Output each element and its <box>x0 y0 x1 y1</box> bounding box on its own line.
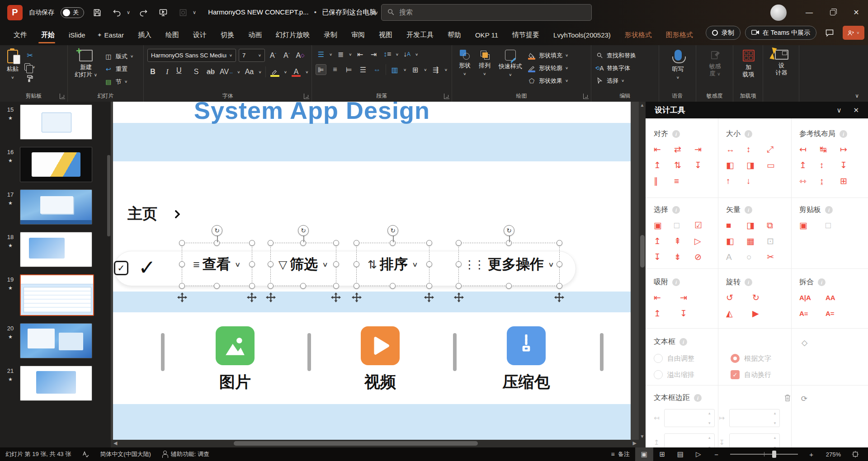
ribbon-tab[interactable]: OKP 11 <box>467 25 504 45</box>
checkbox-icon[interactable]: ✓ <box>114 261 128 275</box>
guide-margin-v-icon[interactable]: ↨ <box>820 177 840 186</box>
breadcrumb[interactable]: 主页 <box>127 204 179 224</box>
guide-margin-h-icon[interactable]: ⇿ <box>799 177 820 186</box>
drawing-dialog-launcher[interactable] <box>583 94 589 99</box>
clipboard-dialog-launcher[interactable] <box>60 94 65 99</box>
slide-thumbnail[interactable]: 15 ★ <box>0 104 111 140</box>
ribbon-tab[interactable]: 帮助 <box>439 25 467 45</box>
info-icon[interactable]: i <box>672 130 680 138</box>
format-painter-icon[interactable] <box>24 73 35 84</box>
character-spacing-button[interactable]: AV↔ <box>220 66 233 77</box>
scale-right-icon[interactable]: ◨ <box>746 161 767 170</box>
selection-handle[interactable] <box>333 240 339 246</box>
selection-handle[interactable] <box>426 261 432 267</box>
selection-handle[interactable] <box>426 240 432 246</box>
move-handle[interactable] <box>453 292 464 303</box>
guide-top-icon[interactable]: ↥ <box>799 161 820 170</box>
snap-left-icon[interactable]: ⇤ <box>654 293 680 302</box>
move-handle[interactable] <box>424 292 434 303</box>
selection-handle[interactable] <box>249 240 255 246</box>
selection-handle[interactable] <box>268 261 274 267</box>
slide-preview[interactable] <box>20 232 92 267</box>
intersect-icon[interactable]: ◧ <box>726 237 746 246</box>
canvas-horizontal-scrollbar[interactable]: ◀ ▶ <box>111 440 646 447</box>
shrink-font-icon[interactable]: Aˇ <box>281 50 292 61</box>
file-type-card[interactable]: 图片 <box>199 326 271 393</box>
scale-bottom-icon[interactable]: ↓ <box>746 177 767 186</box>
font-dialog-launcher[interactable] <box>304 94 309 99</box>
find-replace-button[interactable]: 查找和替换 <box>595 50 656 61</box>
sort-button[interactable]: ⇅ 排序 ∨ ↻ <box>356 243 429 286</box>
autosave-toggle[interactable]: 关 <box>61 7 84 18</box>
align-center-h-icon[interactable]: ⇄ <box>674 145 694 154</box>
selection-handle[interactable] <box>249 283 255 289</box>
selection-handle[interactable] <box>456 261 462 267</box>
select-button[interactable]: 选择∨ <box>595 75 656 86</box>
clear-formatting-icon[interactable]: A◇ <box>295 50 306 61</box>
textbox-option[interactable]: 根据文字 <box>731 354 807 363</box>
copy-icon[interactable] <box>24 63 30 71</box>
selection-handle[interactable] <box>557 261 562 267</box>
undo-dropdown-icon[interactable]: ∨ <box>127 9 130 15</box>
slide-counter[interactable]: 幻灯片 第 19 张, 共 43 张 <box>0 447 76 461</box>
slide-preview[interactable] <box>20 323 92 358</box>
slide-thumbnail[interactable]: 17 ★ <box>0 189 111 225</box>
file-type-card[interactable]: 压缩包 <box>490 326 562 393</box>
selection-handle[interactable] <box>506 283 512 289</box>
selection-handle[interactable] <box>426 283 432 289</box>
slide-thumbnail[interactable]: 19 ★ <box>0 274 111 316</box>
selection-handle[interactable] <box>179 240 185 246</box>
ribbon-tab[interactable]: 视图 <box>371 25 398 45</box>
align-left-icon[interactable]: ⇤ <box>654 145 674 154</box>
equal-height-icon[interactable]: ↕ <box>746 145 767 154</box>
filter-button[interactable]: ▽ 筛选 ∨ ↻ <box>270 243 336 286</box>
selection-handle[interactable] <box>268 240 274 246</box>
snap-top-icon[interactable]: ↥ <box>654 309 680 318</box>
undo-icon[interactable] <box>110 6 124 19</box>
selection-handle[interactable] <box>354 240 359 246</box>
layout-button[interactable]: ◫版式∨ <box>104 51 133 62</box>
strikethrough-button[interactable]: ab <box>205 66 216 77</box>
save-icon[interactable] <box>90 6 104 19</box>
zoom-percentage[interactable]: 275% <box>821 447 846 461</box>
info-icon[interactable]: i <box>745 278 752 286</box>
snap-right-icon[interactable]: ⇥ <box>680 293 706 302</box>
record-button[interactable]: 录制 <box>706 26 741 40</box>
rotate-right-icon[interactable]: ↻ <box>752 293 778 302</box>
share-button[interactable]: ∨ <box>843 26 864 40</box>
equal-width-icon[interactable]: ↔ <box>726 145 746 154</box>
send-bottom-icon[interactable]: ↧ <box>654 253 674 262</box>
quick-access-dropdown-icon[interactable]: ∨ <box>193 9 196 15</box>
paste-button[interactable]: 粘贴∨ <box>4 49 22 84</box>
ribbon-tab[interactable]: 图形格式 <box>658 25 699 45</box>
slide-preview[interactable] <box>20 189 92 225</box>
bold-button[interactable]: B <box>147 66 158 77</box>
change-case-button[interactable]: Aa <box>244 66 255 77</box>
line-spacing-icon[interactable]: ↕≡ <box>382 49 393 60</box>
info-icon[interactable]: i <box>679 338 687 346</box>
document-title[interactable]: HarmonyOS NEW CONCEPT.p... • 已保存到这台电脑 ∨ <box>208 8 378 17</box>
accessibility-indicator[interactable]: 辅助功能: 调查 <box>156 447 215 461</box>
ribbon-tab[interactable]: 形状格式 <box>617 25 658 45</box>
comments-button[interactable] <box>821 26 838 40</box>
more-actions-button[interactable]: ⋮⋮ 更多操作 ∨ ↻ <box>458 243 560 286</box>
avatar[interactable] <box>770 5 787 21</box>
panel-close-icon[interactable]: ✕ <box>853 106 859 114</box>
new-slide-button[interactable]: 新建幻灯片 ∨ <box>71 49 100 87</box>
minimize-button[interactable]: — <box>797 0 821 25</box>
ribbon-tab[interactable]: 绘图 <box>157 25 185 45</box>
text-box-icon[interactable]: A <box>726 253 746 262</box>
slide-title-text[interactable]: System App Design <box>113 102 511 124</box>
section-button[interactable]: ▤节∨ <box>104 76 133 87</box>
shape-fill-button[interactable]: 形状填充∨ <box>527 50 568 61</box>
split-scissors-icon[interactable]: ✂ <box>767 253 787 262</box>
distributed-button[interactable]: ⇔ <box>372 64 382 75</box>
guide-bottom-icon[interactable]: ↧ <box>840 161 860 170</box>
align-left-button[interactable]: ⊫ <box>316 64 326 75</box>
margin-right-input[interactable] <box>729 409 780 427</box>
shapes-button[interactable]: 形状∨ <box>456 49 474 86</box>
align-middle-icon[interactable]: ⇅ <box>674 161 694 170</box>
zoom-in-button[interactable]: + <box>802 447 821 461</box>
columns-icon[interactable]: ▥ <box>389 64 400 75</box>
slideshow-view-button[interactable]: ▷ <box>689 447 708 461</box>
